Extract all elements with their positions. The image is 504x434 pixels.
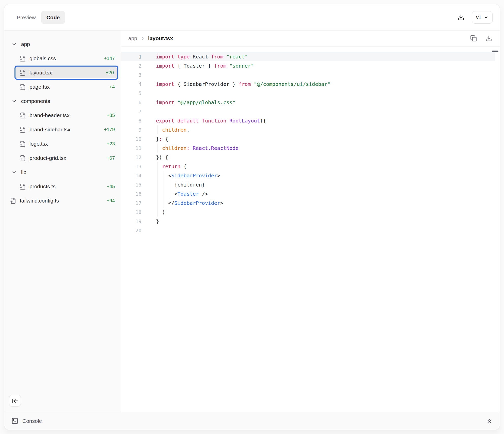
version-dropdown[interactable]: v1 <box>472 11 493 24</box>
file-label: logo.tsx <box>29 141 48 147</box>
header-actions: v1 <box>457 11 493 24</box>
tab-code[interactable]: Code <box>41 11 65 24</box>
terminal-icon <box>11 417 18 424</box>
sidebar-item-app[interactable]: app <box>7 37 118 51</box>
line-number: 18 <box>121 208 141 217</box>
line-number: 11 <box>121 144 141 153</box>
copy-code-button[interactable] <box>470 35 477 42</box>
diff-count: +147 <box>104 56 115 61</box>
code-line-text: children: React.ReactNode <box>156 144 239 153</box>
version-label: v1 <box>476 14 481 20</box>
line-number: 3 <box>121 70 141 80</box>
code-line: 6import "@/app/globals.css" <box>121 98 495 107</box>
folder-label: app <box>21 41 30 47</box>
download-button[interactable] <box>457 13 465 21</box>
code-line-text: <SidebarProvider> <box>156 171 220 180</box>
file-label: globals.css <box>29 55 56 61</box>
file-plus-icon <box>20 127 26 133</box>
sidebar-item-globals-css[interactable]: globals.css+147 <box>14 51 118 66</box>
code-line-text: import type React from "react" <box>156 52 248 61</box>
chevron-right-icon <box>140 36 145 41</box>
diff-count: +20 <box>106 70 114 75</box>
top-header: Preview Code v1 <box>4 4 500 30</box>
line-number: 4 <box>121 80 141 89</box>
sidebar-item-layout-tsx[interactable]: layout.tsx+20 <box>14 66 118 80</box>
file-label: page.tsx <box>29 84 50 90</box>
console-bar[interactable]: Console <box>4 412 500 430</box>
indent-guide <box>158 180 158 189</box>
chevron-down-icon <box>11 169 17 175</box>
sidebar-item-logo-tsx[interactable]: logo.tsx+23 <box>14 137 118 151</box>
download-icon <box>485 35 492 42</box>
code-line: 7 <box>121 107 495 116</box>
file-plus-icon <box>20 112 26 119</box>
indent-guide <box>164 171 164 180</box>
code-line-text: import { SidebarProvider } from "@/compo… <box>156 80 330 89</box>
code-line-text: ) <box>156 208 165 217</box>
indent-guide <box>164 180 164 189</box>
sidebar-item-tailwind-config-ts[interactable]: tailwind.config.ts+94 <box>7 194 118 208</box>
line-number: 9 <box>121 125 141 134</box>
scrollbar-thumb[interactable] <box>492 51 498 52</box>
code-line: 3 <box>121 70 495 80</box>
indent-guide <box>164 189 164 198</box>
line-number: 5 <box>121 89 141 98</box>
code-line: 19} <box>121 217 495 226</box>
line-number: 19 <box>121 217 141 226</box>
sidebar-bottom <box>4 395 121 412</box>
code-editor[interactable]: 1import type React from "react"2import {… <box>121 46 500 412</box>
sidebar-item-product-grid-tsx[interactable]: product-grid.tsx+67 <box>14 151 118 165</box>
code-line: 16 <Toaster /> <box>121 189 495 198</box>
file-plus-icon <box>20 84 26 90</box>
file-tree: appglobals.css+147layout.tsx+20page.tsx+… <box>4 30 121 208</box>
breadcrumb-folder: app <box>128 35 137 41</box>
indent-guide <box>158 125 158 134</box>
breadcrumb-file: layout.tsx <box>148 35 173 41</box>
code-line-text: }: { <box>156 134 168 144</box>
diff-count: +179 <box>104 127 115 132</box>
file-label: brand-sidebar.tsx <box>29 127 70 133</box>
file-plus-icon <box>20 70 26 76</box>
code-line: 1import type React from "react" <box>121 52 495 61</box>
download-icon <box>458 14 464 21</box>
tab-preview[interactable]: Preview <box>11 11 41 24</box>
file-plus-icon <box>20 155 26 161</box>
sidebar-item-components[interactable]: components <box>7 94 118 108</box>
line-number: 20 <box>121 226 141 235</box>
line-number: 6 <box>121 98 141 107</box>
download-file-button[interactable] <box>485 35 493 42</box>
sidebar-item-brand-header-tsx[interactable]: brand-header.tsx+85 <box>14 108 118 122</box>
sidebar-item-brand-sidebar-tsx[interactable]: brand-sidebar.tsx+179 <box>14 122 118 137</box>
indent-guide <box>158 144 158 153</box>
code-panel: app layout.tsx <box>121 30 500 412</box>
code-line-text: export default function RootLayout({ <box>156 116 266 125</box>
file-tree-sidebar: appglobals.css+147layout.tsx+20page.tsx+… <box>4 30 121 412</box>
line-number: 1 <box>121 52 141 61</box>
file-plus-icon <box>20 55 26 62</box>
code-line: 2import { Toaster } from "sonner" <box>121 61 495 70</box>
code-line-text: }) { <box>156 153 168 162</box>
expand-console-button[interactable] <box>486 418 493 424</box>
file-label: layout.tsx <box>29 70 52 76</box>
code-line-text: </SidebarProvider> <box>156 198 223 208</box>
line-number: 7 <box>121 107 141 116</box>
sidebar-item-products-ts[interactable]: products.ts+45 <box>14 179 118 194</box>
code-line-text: } <box>156 217 159 226</box>
code-viewer-card: Preview Code v1 appglobals.css+147layout… <box>4 4 500 430</box>
line-number: 14 <box>121 171 141 180</box>
file-plus-icon <box>10 198 16 204</box>
collapse-sidebar-button[interactable] <box>9 395 21 407</box>
sidebar-item-lib[interactable]: lib <box>7 165 118 179</box>
file-plus-icon <box>20 183 26 190</box>
code-line: 12}) { <box>121 153 495 162</box>
breadcrumb-bar: app layout.tsx <box>121 30 500 46</box>
indent-guide <box>158 189 158 198</box>
console-label: Console <box>22 418 42 424</box>
indent-guide <box>158 162 158 171</box>
code-line: 5 <box>121 89 495 98</box>
diff-count: +23 <box>107 141 115 147</box>
line-number: 17 <box>121 198 141 208</box>
code-line: 9 children, <box>121 125 495 134</box>
diff-count: +85 <box>107 113 115 118</box>
sidebar-item-page-tsx[interactable]: page.tsx+4 <box>14 80 118 94</box>
